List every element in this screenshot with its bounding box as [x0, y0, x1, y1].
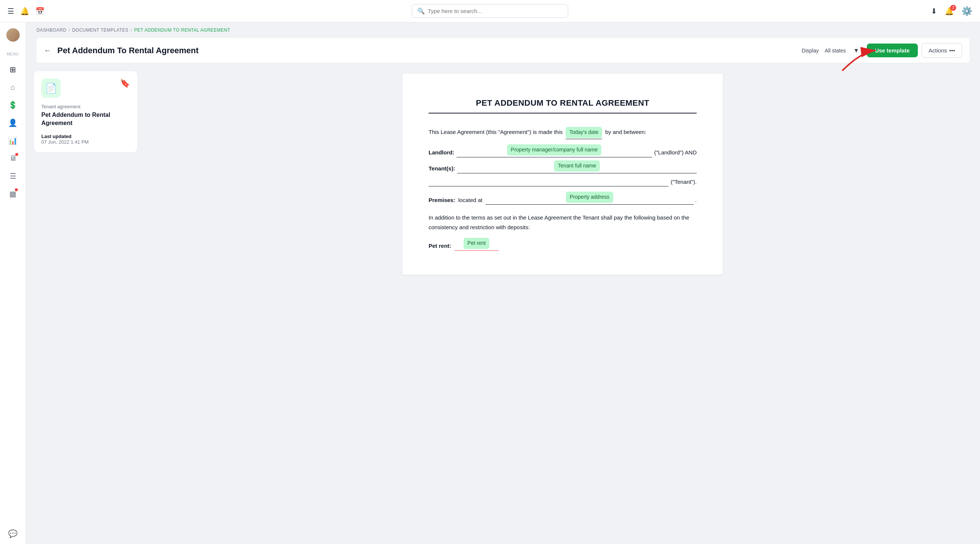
- premises-dot: .: [695, 195, 697, 205]
- document-icon: 📄: [45, 82, 57, 94]
- doc-paper: PET ADDENDUM TO RENTAL AGREEMENT This Le…: [402, 74, 723, 274]
- doc-divider: [429, 113, 697, 114]
- header-row: ← Pet Addendum To Rental Agreement Displ…: [37, 38, 970, 63]
- pet-rent-label: Pet rent:: [429, 241, 451, 251]
- download-icon[interactable]: ⬇: [931, 7, 937, 16]
- notification-badge: 3: [950, 5, 956, 11]
- pet-rent-chip: Pet rent: [464, 238, 489, 249]
- doc-intro-paragraph: This Lease Agreement (this "Agreement") …: [429, 127, 697, 138]
- page-header: DASHBOARD / DOCUMENT TEMPLATES / PET ADD…: [26, 22, 980, 63]
- sidebar-icon-grid[interactable]: ▦: [9, 189, 16, 198]
- actions-label: Actions: [929, 47, 947, 54]
- property-manager-chip: Property manager/company full name: [507, 144, 601, 155]
- sidebar-icon-dashboard[interactable]: ⊞: [10, 65, 16, 74]
- document-title: PET ADDENDUM TO RENTAL AGREEMENT: [429, 96, 697, 110]
- menu-label: MENU: [7, 52, 19, 56]
- actions-button[interactable]: Actions •••: [921, 43, 962, 58]
- sidebar-icon-users[interactable]: 👤: [8, 118, 18, 127]
- grid-dot: [15, 188, 18, 191]
- breadcrumb: DASHBOARD / DOCUMENT TEMPLATES / PET ADD…: [37, 27, 970, 33]
- search-input[interactable]: [428, 8, 563, 14]
- property-address-chip: Property address: [566, 192, 613, 203]
- content-area: 📄 🔖 Tenant agreement Pet Addendum to Ren…: [26, 63, 980, 544]
- addition-text: In addition to the terms as set out in t…: [429, 213, 697, 232]
- display-label: Display: [802, 48, 819, 54]
- sidebar-icon-reports[interactable]: 📊: [8, 136, 18, 145]
- today-date-chip: Today's date: [566, 127, 602, 138]
- tenant-suffix: ("Tenant").: [671, 177, 697, 187]
- breadcrumb-dashboard[interactable]: DASHBOARD: [37, 27, 66, 33]
- sidebar-icon-list[interactable]: ☰: [10, 171, 16, 181]
- display-dot: [15, 153, 18, 156]
- main-container: DASHBOARD / DOCUMENT TEMPLATES / PET ADD…: [26, 22, 980, 544]
- avatar[interactable]: [6, 28, 20, 42]
- landlord-label: Landlord:: [429, 148, 454, 157]
- premises-row: Premises: located at Property address .: [429, 192, 697, 205]
- doc-icon-wrap: 📄: [41, 79, 61, 98]
- tenants-row: Tenant(s): Tenant full name: [429, 161, 697, 173]
- landlord-row: Landlord: Property manager/company full …: [429, 145, 697, 157]
- search-icon: 🔍: [417, 8, 425, 14]
- home-nav-icon[interactable]: 🔔: [20, 7, 29, 16]
- notification-icon[interactable]: 🔔 3: [945, 7, 954, 16]
- tenants-label: Tenant(s):: [429, 164, 455, 173]
- premises-label: Premises:: [429, 195, 455, 205]
- bookmark-icon[interactable]: 🔖: [120, 79, 130, 88]
- back-button[interactable]: ←: [44, 46, 51, 55]
- sidebar: MENU ⊞ ⌂ 💲 👤 📊 🖥 ☰ ▦ 💬: [0, 22, 26, 544]
- top-nav: ☰ 🔔 📅 🔍 ⬇ 🔔 3 ⚙️: [0, 0, 980, 22]
- landlord-suffix: ("Landlord") AND: [654, 148, 697, 157]
- intro-end-text: by and between:: [605, 129, 646, 135]
- doc-preview-panel: PET ADDENDUM TO RENTAL AGREEMENT This Le…: [145, 63, 980, 544]
- sidebar-icon-display[interactable]: 🖥: [9, 154, 17, 163]
- breadcrumb-sep1: /: [68, 27, 70, 33]
- search-bar[interactable]: 🔍: [412, 4, 568, 18]
- settings-icon[interactable]: ⚙️: [961, 6, 972, 16]
- premises-text: located at: [458, 195, 482, 205]
- last-updated-label: Last updated: [41, 133, 130, 139]
- actions-dots: •••: [949, 47, 955, 54]
- breadcrumb-current: PET ADDENDUM TO RENTAL AGREEMENT: [134, 27, 230, 33]
- calendar-nav-icon[interactable]: 📅: [35, 7, 45, 16]
- card-title: Pet Addendum to Rental Agreement: [41, 111, 130, 128]
- page-title: Pet Addendum To Rental Agreement: [57, 46, 796, 56]
- sidebar-icon-chat[interactable]: 💬: [8, 529, 18, 538]
- use-template-button[interactable]: Use template: [867, 44, 918, 57]
- template-card: 📄 🔖 Tenant agreement Pet Addendum to Ren…: [33, 71, 138, 152]
- last-updated-value: 07 Jun, 2022 1:41 PM: [41, 139, 130, 145]
- pet-rent-row: Pet rent: Pet rent: [429, 238, 697, 251]
- menu-icon[interactable]: ☰: [8, 7, 14, 16]
- breadcrumb-sep2: /: [131, 27, 132, 33]
- tenant-full-name-chip: Tenant full name: [554, 160, 600, 171]
- card-category: Tenant agreement: [41, 104, 130, 109]
- intro-text: This Lease Agreement (this "Agreement") …: [429, 129, 563, 135]
- breadcrumb-templates[interactable]: DOCUMENT TEMPLATES: [72, 27, 129, 33]
- left-panel: 📄 🔖 Tenant agreement Pet Addendum to Ren…: [26, 63, 145, 544]
- display-value: All states: [825, 48, 846, 54]
- sidebar-icon-home[interactable]: ⌂: [10, 83, 15, 92]
- sidebar-icon-finance[interactable]: 💲: [8, 100, 18, 109]
- display-dropdown-button[interactable]: ▼: [852, 47, 861, 54]
- header-actions: Use template Actions •••: [867, 43, 962, 58]
